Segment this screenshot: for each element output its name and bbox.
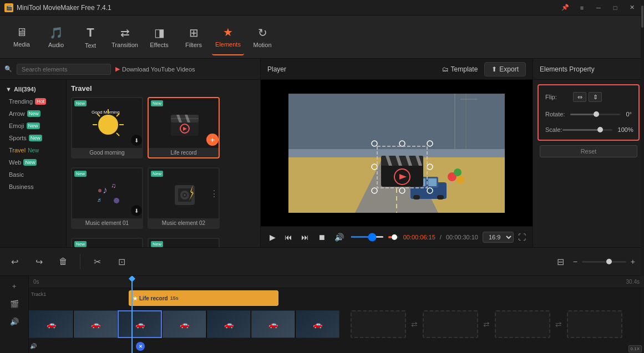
toolbar-filters[interactable]: ⊞ Filters [178,19,210,55]
drop-zone-3[interactable] [495,310,550,338]
emoji-new-badge: New [27,122,40,129]
fullscreen-button[interactable]: ⛶ [518,233,526,242]
timeline: + 🎬 🔊 0s 30.4s Track1 ★ Life record 15s [0,276,644,353]
search-input[interactable] [17,64,111,75]
flip-vertical-btn[interactable]: ⇕ [589,92,602,102]
more-options-btn[interactable]: ⋮ [210,188,219,199]
timeline-audio-icon[interactable]: 🔊 [7,314,22,329]
youtube-icon: ▶ [115,65,120,73]
stop-button[interactable]: ⏹ [316,232,328,243]
download-youtube-btn[interactable]: ▶ Download YouTube Videos [115,65,195,73]
minimize-button[interactable]: ─ [591,2,606,14]
zoom-track [582,261,626,263]
sidebar-item-sports[interactable]: Sports New [0,132,66,144]
progress-thumb[interactable] [392,234,397,240]
delete-button[interactable]: 🗑 [55,254,71,269]
card-thumbnail: New + [149,98,220,148]
element-card-partial-1[interactable]: New [71,238,143,247]
zoom-out-button[interactable]: − [571,256,580,267]
svg-rect-39 [428,178,437,186]
undo-button[interactable]: ↩ [7,254,22,269]
skip-forward-button[interactable]: ⏭ [299,232,311,243]
play-button[interactable]: ▶ [267,232,278,243]
transition-label: Transition [111,42,138,48]
element-card-music-02[interactable]: New ⋮ [148,167,220,229]
export-icon: ⬆ [491,65,497,73]
svg-point-41 [454,168,462,176]
timeline-left-controls: + 🎬 🔊 [0,276,29,353]
text-icon: T [87,25,94,40]
drop-zone-1[interactable] [351,310,406,338]
sidebar-item-web[interactable]: Web New [0,156,66,168]
scale-slider-thumb[interactable] [597,127,603,132]
maximize-button[interactable]: □ [607,2,623,14]
drop-zone-2[interactable] [423,310,478,338]
progress-bar[interactable] [388,236,399,238]
sidebar-item-all[interactable]: ▼ All(394) [0,83,66,95]
sidebar-item-basic[interactable]: Basic [0,168,66,181]
export-button[interactable]: ⬆ Export [484,62,526,76]
volume-slider[interactable] [351,236,384,238]
split-view-button[interactable]: ⊟ [553,254,569,269]
skip-back-button[interactable]: ⏮ [282,232,295,243]
toolbar-separator [80,254,80,269]
elements-grid: Travel New Good Morning [67,80,260,247]
video-thumb-2: 🚗 [73,310,118,338]
car-icon-2: 🚗 [91,320,100,329]
rotate-slider-thumb[interactable] [594,111,599,117]
element-card-life-record[interactable]: New + [148,97,220,158]
text-label: Text [85,42,96,49]
add-element-btn[interactable]: + [206,134,219,146]
zoom-thumb[interactable] [606,259,612,264]
timeline-video-icon[interactable]: 🎬 [7,296,22,311]
car-icon-3: 🚗 [135,320,145,329]
left-content: ▼ All(394) Trending Hot Arrow New Emoji … [0,80,260,247]
download-btn-music01[interactable]: ⬇ [131,205,142,216]
toolbar-elements[interactable]: ★ Elements [212,19,244,55]
travel-new-badge: New [28,147,39,154]
sidebar-item-travel[interactable]: Travel New [0,144,66,156]
playhead-line [131,288,133,353]
sidebar-item-emoji[interactable]: Emoji New [0,120,66,132]
toolbar-motion[interactable]: ↻ Motion [246,19,278,55]
menu-button[interactable]: ≡ [574,2,590,14]
scale-slider-fill [562,129,600,131]
ruler-mark-end: 30.4s [626,279,640,285]
app-title: MiniTool MovieMaker Free 7.4.1 [17,4,557,12]
sidebar-item-trending[interactable]: Trending Hot [0,95,66,108]
timeline-clip-life-record[interactable]: ★ Life record 15s [129,290,278,306]
template-button[interactable]: 🗂 Template [435,63,485,76]
element-card-good-morning[interactable]: New Good Morning [71,97,143,158]
props-content: Flip: ⇔ ⇕ Rotate: 0° Scale: [537,84,640,141]
sidebar-item-arrow[interactable]: Arrow New [0,108,66,120]
elements-icon: ★ [223,25,233,39]
zoom-in-button[interactable]: + [628,256,637,267]
video-thumbnails-track: 🚗 🚗 🚗 🚗 🚗 🚗 🚗 [29,310,644,338]
reset-button[interactable]: Reset [540,145,637,157]
aspect-ratio-select[interactable]: 16:9 9:16 1:1 [483,232,514,243]
crop-button[interactable]: ⊡ [114,254,129,269]
sidebar-item-business[interactable]: Business [0,181,66,193]
drop-zone-4[interactable] [567,310,622,338]
rotate-value: 0° [626,111,632,117]
add-track-button[interactable]: + [7,278,22,294]
motion-label: Motion [253,42,271,48]
toolbar-transition[interactable]: ⇄ Transition [109,19,141,55]
download-btn-good-morning[interactable]: ⬇ [131,135,142,146]
motion-icon: ↻ [258,26,267,39]
volume-button[interactable]: 🔊 [332,232,346,243]
flip-horizontal-btn[interactable]: ⇔ [573,92,586,102]
rotate-label: Rotate: [545,111,570,117]
rotate-controls: 0° [570,111,632,117]
pin-button[interactable]: 📌 [557,2,573,14]
toolbar-effects[interactable]: ◨ Effects [143,19,175,55]
toolbar-media[interactable]: 🖥 Media [6,19,38,55]
redo-button[interactable]: ↪ [31,254,47,269]
toolbar-text[interactable]: T Text [74,19,107,55]
toolbar-audio[interactable]: 🎵 Audio [40,19,72,55]
cut-button[interactable]: ✂ [89,254,105,269]
close-button[interactable]: ✕ [624,2,640,14]
effects-icon: ◨ [154,26,165,39]
element-card-music-01[interactable]: New ♪ ♫ ♬ ⬇ Music element 01 [71,167,143,229]
element-card-partial-2[interactable]: New [148,238,220,247]
